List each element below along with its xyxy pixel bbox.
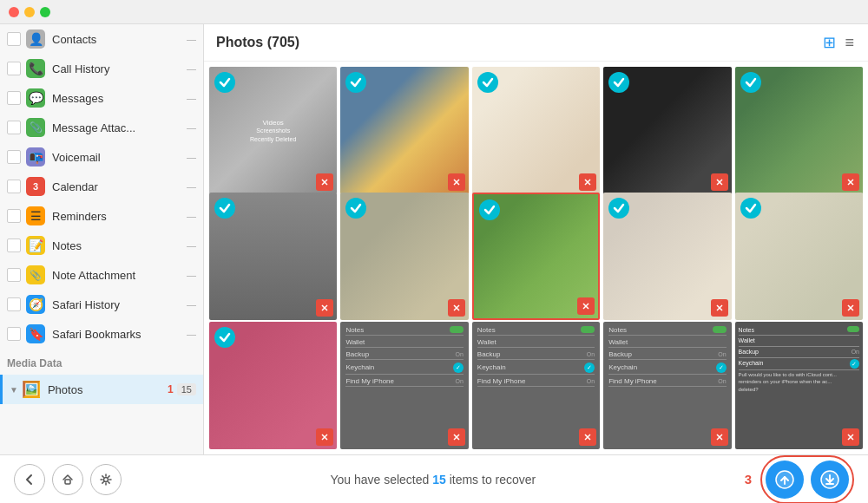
calendar-checkbox[interactable]	[7, 180, 21, 193]
delete-button[interactable]	[842, 428, 859, 446]
notes-checkbox[interactable]	[7, 238, 21, 252]
delete-button[interactable]	[316, 299, 333, 317]
check-overlay	[345, 198, 366, 219]
grid-view-button[interactable]: ⊞	[821, 31, 838, 54]
safari-bookmarks-checkbox[interactable]	[7, 327, 21, 341]
photo-cell[interactable]	[340, 193, 468, 320]
status-suffix: items to recover	[446, 473, 536, 487]
reminders-checkbox[interactable]	[7, 209, 21, 223]
delete-button[interactable]	[842, 299, 859, 317]
notes-arrow: —	[187, 240, 196, 251]
list-view-button[interactable]: ≡	[843, 31, 856, 54]
sidebar-item-photos[interactable]: ▼ 🖼️ Photos 1 15	[0, 375, 203, 404]
sidebar-item-note-attach[interactable]: 📎 Note Attachment —	[0, 260, 203, 290]
badge-3: 3	[745, 472, 752, 487]
minimize-button[interactable]	[24, 7, 35, 17]
call-history-arrow: —	[187, 63, 196, 74]
sidebar-label-notes: Notes	[52, 239, 187, 252]
message-attach-icon: 📎	[26, 118, 45, 137]
message-attach-checkbox[interactable]	[7, 121, 21, 134]
delete-button[interactable]	[448, 428, 465, 446]
photo-cell[interactable]	[472, 67, 600, 194]
sidebar-item-call-history[interactable]: 📞 Call History —	[0, 54, 203, 83]
photo-cell-notes-2[interactable]: Notes Wallet BackupOn Keychain✓ Find My …	[472, 322, 600, 449]
photo-cell-notes-1[interactable]: Notes Wallet BackupOn Keychain✓ Find My …	[340, 322, 468, 449]
delete-button[interactable]	[448, 173, 465, 191]
photo-grid: VideosScreenshots Recently Deleted	[204, 62, 868, 454]
photo-cell[interactable]	[735, 67, 863, 194]
note-attach-icon: 📎	[26, 265, 45, 284]
settings-button[interactable]	[90, 464, 122, 495]
note-attach-arrow: —	[187, 270, 196, 280]
media-section-header: Media Data	[0, 352, 203, 375]
check-overlay	[479, 199, 500, 220]
contacts-icon: 👤	[26, 29, 45, 49]
voicemail-checkbox[interactable]	[7, 150, 21, 164]
check-overlay	[740, 72, 761, 93]
message-attach-arrow: —	[187, 122, 196, 133]
messages-checkbox[interactable]	[7, 91, 21, 105]
sidebar-label-safari-bookmarks: Safari Bookmarks	[52, 328, 187, 341]
photo-cell-notes-4[interactable]: Notes Wallet BackupOn Keychain✓ Pull wou…	[735, 322, 863, 449]
photos-badge-1: 1	[168, 383, 174, 395]
sidebar-item-safari-bookmarks[interactable]: 🔖 Safari Bookmarks —	[0, 319, 203, 349]
sidebar-item-message-attach[interactable]: 📎 Message Attac... —	[0, 113, 203, 142]
photo-cell[interactable]	[735, 193, 863, 320]
sidebar-item-notes[interactable]: 📝 Notes —	[0, 231, 203, 260]
sidebar-item-messages[interactable]: 💬 Messages —	[0, 83, 203, 113]
sidebar-item-contacts[interactable]: 👤 Contacts —	[0, 24, 203, 54]
svg-point-31	[104, 477, 108, 481]
sidebar-label-call-history: Call History	[52, 62, 187, 75]
photo-cell-selected[interactable]: 2	[472, 193, 600, 320]
reminders-arrow: —	[187, 211, 196, 221]
sidebar-label-reminders: Reminders	[52, 210, 187, 223]
delete-button[interactable]	[448, 299, 465, 317]
sidebar-item-calendar[interactable]: 3 Calendar —	[0, 172, 203, 201]
check-overlay	[214, 72, 235, 93]
bottom-bar: You have selected 15 items to recover 3	[0, 454, 868, 503]
photo-cell[interactable]	[603, 193, 731, 320]
maximize-button[interactable]	[40, 7, 50, 17]
restore-to-device-button[interactable]	[766, 461, 804, 499]
main-content: Photos (705) ⊞ ≡ VideosScreenshots Recen…	[204, 24, 868, 454]
nav-buttons	[14, 464, 122, 495]
safari-bookmarks-arrow: —	[187, 329, 196, 339]
back-button[interactable]	[14, 464, 45, 495]
call-history-checkbox[interactable]	[7, 62, 21, 75]
check-overlay	[740, 198, 761, 219]
check-overlay	[214, 198, 235, 219]
home-button[interactable]	[52, 464, 83, 495]
close-button[interactable]	[9, 7, 19, 17]
delete-button[interactable]	[711, 428, 728, 446]
selected-count: 15	[432, 473, 446, 487]
sidebar-label-safari-history: Safari History	[52, 298, 187, 311]
photo-cell[interactable]	[340, 67, 468, 194]
photo-cell[interactable]	[209, 322, 337, 449]
export-to-computer-button[interactable]	[811, 461, 849, 499]
delete-button[interactable]	[579, 173, 596, 191]
safari-history-checkbox[interactable]	[7, 297, 21, 311]
voicemail-arrow: —	[187, 152, 196, 162]
safari-history-arrow: —	[187, 299, 196, 310]
delete-button[interactable]	[711, 173, 728, 191]
note-attach-checkbox[interactable]	[7, 268, 21, 282]
sidebar-label-note-attach: Note Attachment	[52, 269, 187, 282]
delete-button[interactable]	[579, 428, 596, 446]
call-history-icon: 📞	[26, 59, 45, 78]
delete-button[interactable]	[577, 297, 595, 315]
photo-cell[interactable]	[209, 193, 337, 320]
photo-cell-notes-3[interactable]: Notes Wallet BackupOn Keychain✓ Find My …	[603, 322, 731, 449]
delete-button[interactable]	[842, 173, 859, 191]
delete-button[interactable]	[316, 428, 333, 446]
delete-button[interactable]	[711, 299, 728, 317]
safari-bookmarks-icon: 🔖	[26, 324, 45, 343]
reminders-icon: ☰	[26, 206, 45, 225]
contacts-checkbox[interactable]	[7, 32, 21, 46]
sidebar-item-reminders[interactable]: ☰ Reminders —	[0, 201, 203, 231]
photo-cell[interactable]	[603, 67, 731, 194]
sidebar-item-safari-history[interactable]: 🧭 Safari History —	[0, 290, 203, 319]
photo-cell[interactable]: VideosScreenshots Recently Deleted	[209, 67, 337, 194]
delete-button[interactable]	[316, 173, 333, 191]
page-title: Photos (705)	[216, 35, 299, 50]
sidebar-item-voicemail[interactable]: 📭 Voicemail —	[0, 142, 203, 172]
